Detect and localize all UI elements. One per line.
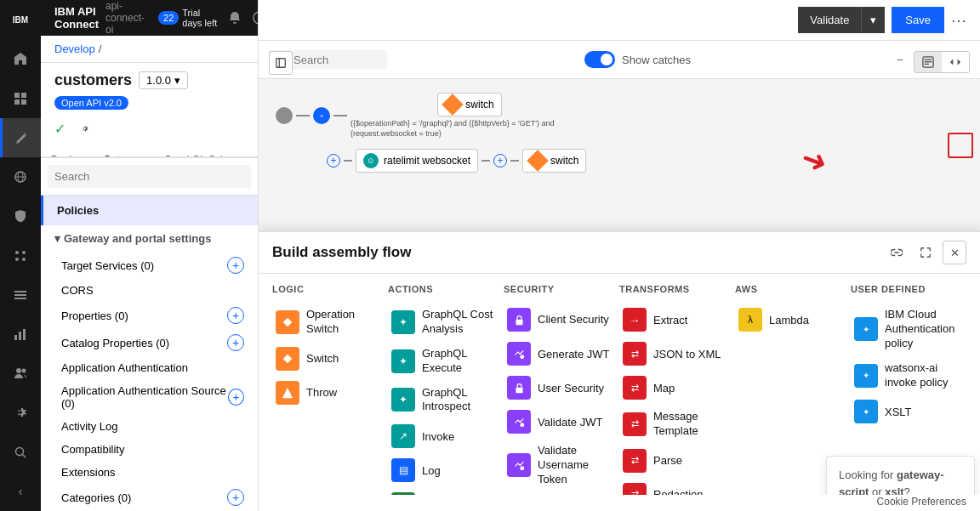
- switch2-label: switch: [550, 155, 578, 167]
- gateway-section-header[interactable]: ▾ Gateway and portal settings: [41, 225, 258, 252]
- security-item-3[interactable]: Validate JWT: [504, 405, 619, 439]
- nav-icon-shield[interactable]: [0, 196, 41, 236]
- actions-item-3[interactable]: ↗ Invoke: [388, 419, 504, 453]
- expand-icon-btn[interactable]: [914, 241, 937, 264]
- visual-toggle-btn[interactable]: [914, 52, 942, 72]
- sidebar-row-cors[interactable]: CORS: [41, 279, 258, 302]
- nav-icon-edit[interactable]: [0, 118, 41, 157]
- sidebar-row-compatibility[interactable]: Compatibility: [41, 438, 258, 461]
- svg-point-37: [520, 423, 524, 427]
- policies-item[interactable]: Policies: [41, 196, 258, 225]
- logic-item-switch[interactable]: Switch: [272, 342, 388, 376]
- switch-node-2[interactable]: switch: [522, 149, 586, 173]
- openapi-badge: Open API v2.0: [54, 96, 128, 110]
- transforms-item-5[interactable]: ⇄ Redaction: [619, 478, 735, 495]
- nav-icon-users[interactable]: [0, 354, 41, 393]
- nav-icon-search[interactable]: [0, 433, 41, 472]
- nav-icon-apps[interactable]: [0, 236, 41, 275]
- add-catalog-btn[interactable]: +: [227, 334, 244, 351]
- validate-button[interactable]: Validate: [798, 7, 861, 33]
- sidebar-row-activity-log[interactable]: Activity Log: [41, 415, 258, 438]
- map-label: Map: [653, 382, 675, 395]
- transforms-item-2[interactable]: ⇄ Map: [619, 371, 735, 405]
- gateway-section-label: Gateway and portal settings: [64, 232, 211, 245]
- sidebar-search-input[interactable]: [48, 165, 251, 188]
- tab-graphql-schema[interactable]: GraphQL Schema: [154, 147, 256, 158]
- nav-icon-settings[interactable]: [0, 393, 41, 432]
- save-button[interactable]: Save: [892, 7, 944, 33]
- sidebar-row-target-services[interactable]: Target Services (0) +: [41, 252, 258, 279]
- cookie-preferences[interactable]: Cookie Preferences: [877, 496, 966, 508]
- ibm-cloud-auth-label: IBM Cloud Authentication policy: [885, 308, 963, 351]
- transforms-item-1[interactable]: ⇄ JSON to XML: [619, 337, 735, 371]
- security-item-4[interactable]: Validate Username Token: [504, 439, 619, 492]
- nav-icon-collapse[interactable]: ‹: [0, 472, 41, 511]
- api-settings-icon[interactable]: [72, 116, 96, 140]
- collapse-sidebar-btn[interactable]: [269, 51, 293, 75]
- connector-plus-2[interactable]: +: [493, 154, 507, 167]
- add-properties-btn[interactable]: +: [227, 307, 244, 324]
- logic-item-throw[interactable]: Throw: [272, 376, 388, 410]
- tooltip-before: Looking for: [839, 468, 897, 481]
- nav-icon-chart[interactable]: [0, 315, 41, 354]
- ratelimit-node[interactable]: ⊙ ratelimit websocket: [356, 149, 478, 173]
- version-selector[interactable]: 1.0.0 ▾: [139, 71, 188, 89]
- connector: [481, 160, 490, 162]
- category-logic-title: Logic: [272, 284, 388, 294]
- tab-gateway[interactable]: Gateway: [93, 147, 153, 158]
- tooltip-bold2: xslt: [885, 485, 903, 495]
- canvas-search-input[interactable]: [293, 54, 379, 66]
- code-toggle-btn[interactable]: [942, 52, 969, 72]
- user-defined-item-2[interactable]: ✦ XSLT: [851, 395, 966, 429]
- sidebar-row-app-auth-source[interactable]: Application Authentication Source (0) +: [41, 379, 258, 415]
- throw-icon: [276, 381, 299, 405]
- user-defined-item-1[interactable]: ✦ watsonx-ai invoke policy: [851, 356, 966, 395]
- security-item-0[interactable]: Client Security: [504, 303, 619, 337]
- nav-icon-network[interactable]: [0, 157, 41, 196]
- add-categories-btn[interactable]: +: [227, 489, 244, 506]
- logic-item-operation-switch[interactable]: Operation Switch: [272, 303, 388, 342]
- close-panel-btn[interactable]: ✕: [943, 241, 966, 264]
- show-catches-toggle[interactable]: [584, 51, 615, 68]
- switch-node[interactable]: switch ({$operationPath} = '/graphql') a…: [350, 93, 589, 139]
- tab-test[interactable]: Test: [256, 147, 258, 158]
- actions-item-2[interactable]: ✦ GraphQL Introspect: [388, 381, 504, 420]
- breadcrumb-develop[interactable]: Develop: [54, 43, 95, 55]
- sidebar-row-properties[interactable]: Properties (0) +: [41, 302, 258, 329]
- svg-point-35: [520, 355, 524, 359]
- zoom-out-btn[interactable]: −: [888, 48, 912, 71]
- connector-plus-1[interactable]: +: [327, 154, 340, 167]
- sidebar: IBM API Connect api-connect-oi 22 Trial …: [41, 0, 259, 511]
- nav-icon-home[interactable]: [0, 39, 41, 78]
- notification-icon[interactable]: [225, 6, 243, 30]
- tab-design[interactable]: Design: [41, 147, 93, 158]
- topbar-right-icons: 22 Trial days left ? TO: [158, 6, 259, 30]
- message-template-icon: ⇄: [623, 412, 647, 436]
- add-target-services-btn[interactable]: +: [227, 257, 244, 274]
- add-auth-source-btn[interactable]: +: [228, 389, 244, 406]
- validate-dropdown-btn[interactable]: ▾: [861, 7, 885, 33]
- category-actions: Actions ✦ GraphQL Cost Analysis ✦ GraphQ…: [388, 284, 504, 495]
- sidebar-row-catalog-properties[interactable]: Catalog Properties (0) +: [41, 329, 258, 356]
- actions-item-5[interactable]: ⊙ Rate limit: [388, 487, 504, 495]
- transforms-item-0[interactable]: → Extract: [619, 303, 735, 337]
- nav-icon-dashboard[interactable]: [0, 78, 41, 117]
- sidebar-row-extensions[interactable]: Extensions: [41, 461, 258, 484]
- sidebar-row-app-auth[interactable]: Application Authentication: [41, 356, 258, 379]
- link-icon-btn[interactable]: [885, 241, 909, 264]
- actions-item-0[interactable]: ✦ GraphQL Cost Analysis: [388, 303, 504, 342]
- user-defined-item-0[interactable]: ✦ IBM Cloud Authentication policy: [851, 303, 966, 356]
- more-options-btn[interactable]: ⋯: [951, 11, 966, 30]
- transforms-item-3[interactable]: ⇄ Message Template: [619, 405, 735, 444]
- trial-days-badge: 22: [158, 11, 179, 25]
- svg-rect-24: [925, 60, 932, 60]
- help-icon[interactable]: ?: [251, 6, 259, 30]
- security-item-1[interactable]: Generate JWT: [504, 337, 619, 371]
- transforms-item-4[interactable]: ⇄ Parse: [619, 444, 735, 478]
- sidebar-row-categories[interactable]: Categories (0) +: [41, 484, 258, 511]
- nav-icon-list[interactable]: [0, 275, 41, 315]
- actions-item-4[interactable]: ▤ Log: [388, 453, 504, 487]
- actions-item-1[interactable]: ✦ GraphQL Execute: [388, 342, 504, 381]
- aws-item-lambda[interactable]: λ Lambda: [735, 303, 851, 337]
- security-item-2[interactable]: User Security: [504, 371, 619, 405]
